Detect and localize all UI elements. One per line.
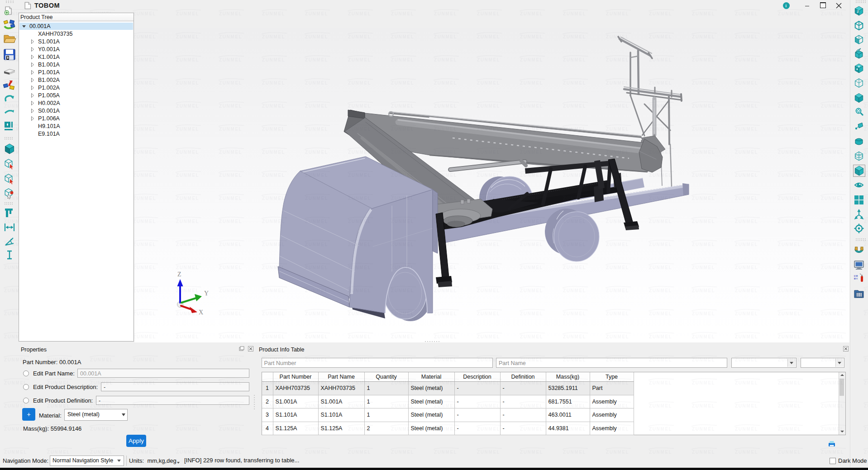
svg-text:M 4: M 4	[854, 278, 858, 280]
svg-text:X: X	[199, 309, 203, 316]
svg-text:Z: Z	[177, 271, 181, 278]
svg-text:Y: Y	[204, 290, 209, 297]
svg-text:2: 2	[857, 9, 859, 14]
svg-text:H M: H M	[854, 275, 858, 277]
